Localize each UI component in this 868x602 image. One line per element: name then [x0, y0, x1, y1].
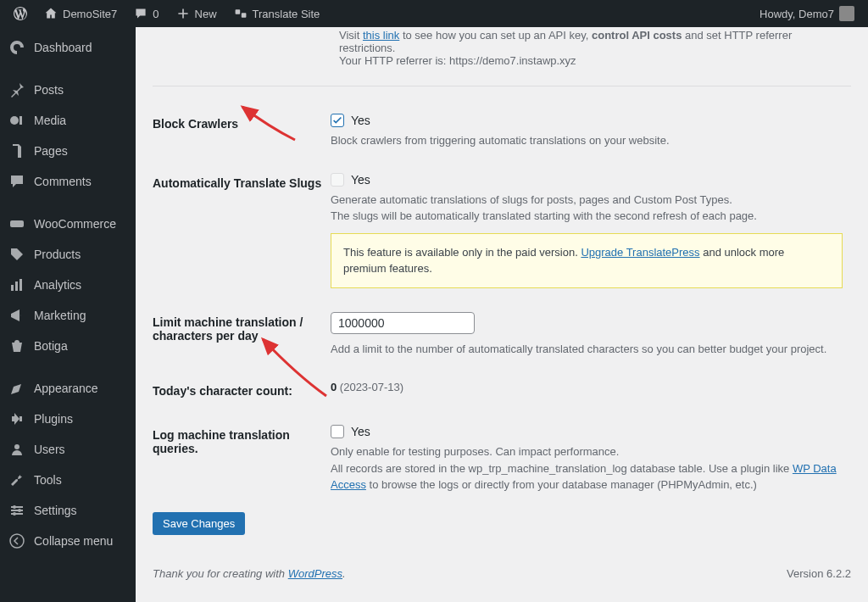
checkbox-label: Yes [351, 173, 370, 187]
wp-logo[interactable] [7, 0, 34, 27]
limit-input[interactable] [331, 312, 475, 334]
sidebar-item-plugins[interactable]: Plugins [0, 404, 136, 434]
media-icon [8, 112, 25, 129]
svg-rect-5 [11, 285, 14, 291]
pin-icon [8, 81, 25, 98]
sidebar-label: Pages [34, 144, 68, 158]
translate-link[interactable]: Translate Site [227, 0, 327, 27]
sidebar-label: Botiga [34, 339, 68, 353]
analytics-icon [8, 276, 25, 293]
products-icon [8, 246, 25, 263]
sidebar-collapse[interactable]: Collapse menu [0, 526, 136, 556]
sidebar-label: Analytics [34, 278, 81, 292]
wordpress-link[interactable]: WordPress [288, 567, 342, 580]
sidebar-item-tools[interactable]: Tools [0, 465, 136, 495]
field-desc: Only enable for testing purposes. Can im… [331, 443, 843, 493]
row-label-today-count: Today's character count: [153, 369, 331, 413]
sidebar-item-settings[interactable]: Settings [0, 495, 136, 526]
new-label: New [195, 8, 217, 20]
sidebar-item-media[interactable]: Media [0, 105, 136, 136]
sidebar-label: Comments [34, 175, 92, 188]
sidebar-label: Dashboard [34, 41, 92, 54]
admin-sidebar: Dashboard Posts Media Pages Comments Woo… [0, 27, 136, 602]
sidebar-label: Settings [34, 504, 77, 517]
settings-icon [8, 502, 25, 519]
svg-rect-1 [241, 13, 246, 18]
svg-rect-4 [10, 220, 24, 227]
wordpress-icon [14, 7, 27, 20]
collapse-label: Collapse menu [34, 534, 113, 548]
svg-rect-0 [235, 9, 240, 14]
comments-count: 0 [153, 8, 159, 20]
appearance-icon [8, 380, 25, 397]
sidebar-label: Tools [34, 473, 62, 487]
sidebar-label: Appearance [34, 382, 98, 395]
footer: Thank you for creating with WordPress. V… [136, 552, 868, 587]
upgrade-notice: This feature is available only in the pa… [331, 233, 843, 288]
today-count-date: (2023-07-13) [337, 381, 403, 393]
botiga-icon [8, 337, 25, 354]
plugins-icon [8, 410, 25, 427]
sidebar-item-posts[interactable]: Posts [0, 75, 136, 105]
sidebar-label: Products [34, 248, 81, 261]
admin-bar: DemoSite7 0 New Translate Site Howdy, De… [0, 0, 868, 27]
comment-icon [134, 7, 147, 20]
sidebar-item-comments[interactable]: Comments [0, 166, 136, 197]
block-crawlers-checkbox[interactable] [331, 114, 344, 127]
content-area: Visit this link to see how you can set u… [136, 27, 868, 602]
api-link[interactable]: this link [363, 29, 399, 42]
checkbox-label: Yes [351, 114, 370, 127]
howdy-link[interactable]: Howdy, Demo7 [753, 0, 861, 27]
version-text: Version 6.2.2 [787, 567, 851, 580]
sidebar-item-dashboard[interactable]: Dashboard [0, 32, 136, 63]
svg-rect-6 [15, 281, 18, 291]
truncated-text: Visit this link to see how you can set u… [339, 27, 851, 75]
sidebar-item-users[interactable]: Users [0, 434, 136, 465]
home-icon [44, 7, 58, 20]
users-icon [8, 441, 25, 458]
pages-icon [8, 142, 25, 159]
field-desc: Block crawlers from triggering automatic… [331, 132, 843, 149]
sidebar-item-products[interactable]: Products [0, 239, 136, 270]
row-label-block-crawlers: Block Crawlers [153, 102, 331, 161]
field-desc: Generate automatic translations of slugs… [331, 192, 843, 225]
sidebar-item-appearance[interactable]: Appearance [0, 373, 136, 404]
marketing-icon [8, 307, 25, 324]
svg-point-14 [13, 512, 16, 516]
site-name: DemoSite7 [63, 8, 117, 20]
sidebar-label: Media [34, 114, 66, 127]
comments-link[interactable]: 0 [127, 0, 165, 27]
sidebar-label: Marketing [34, 309, 86, 322]
sidebar-label: Posts [34, 83, 64, 97]
sidebar-label: WooCommerce [34, 217, 116, 231]
svg-rect-3 [11, 146, 18, 158]
row-label-log-queries: Log machine translation queries. [153, 413, 331, 505]
sidebar-item-pages[interactable]: Pages [0, 136, 136, 166]
save-button[interactable]: Save Changes [153, 512, 245, 535]
svg-point-12 [13, 505, 16, 509]
translate-icon [234, 7, 248, 20]
plus-icon [176, 7, 190, 20]
avatar [839, 6, 854, 21]
svg-rect-7 [19, 279, 22, 291]
sidebar-item-marketing[interactable]: Marketing [0, 300, 136, 331]
svg-point-13 [18, 509, 21, 512]
dashboard-icon [8, 39, 25, 56]
svg-point-15 [10, 534, 24, 548]
svg-point-2 [10, 116, 19, 125]
field-desc: Add a limit to the number of automatical… [331, 341, 843, 358]
collapse-icon [8, 532, 25, 549]
row-label-auto-slugs: Automatically Translate Slugs [153, 161, 331, 300]
woo-icon [8, 215, 25, 232]
site-link[interactable]: DemoSite7 [37, 0, 124, 27]
sidebar-label: Users [34, 443, 65, 456]
translate-label: Translate Site [253, 8, 320, 20]
log-queries-checkbox[interactable] [331, 425, 344, 438]
sidebar-item-analytics[interactable]: Analytics [0, 270, 136, 300]
new-link[interactable]: New [170, 0, 224, 27]
upgrade-link[interactable]: Upgrade TranslatePress [581, 246, 699, 259]
auto-slugs-checkbox[interactable] [331, 173, 344, 187]
checkbox-label: Yes [351, 425, 370, 438]
sidebar-item-botiga[interactable]: Botiga [0, 331, 136, 361]
sidebar-item-woocommerce[interactable]: WooCommerce [0, 209, 136, 239]
